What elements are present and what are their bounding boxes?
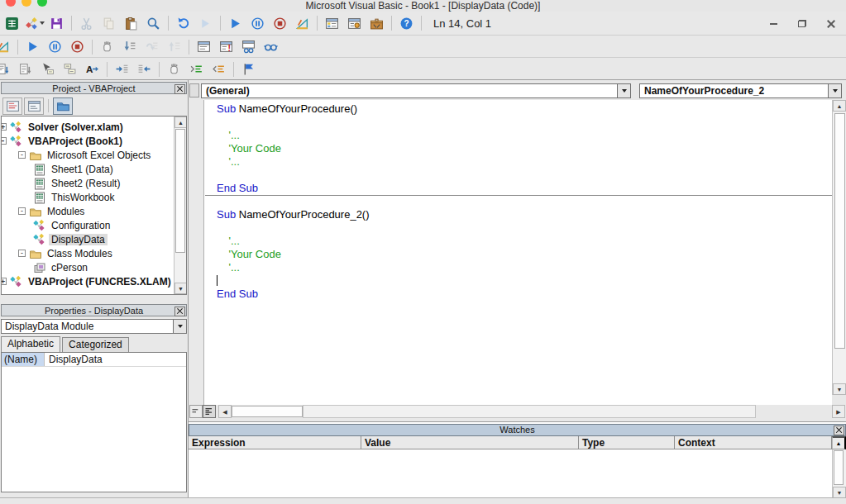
collapse-icon[interactable]: -	[18, 250, 26, 257]
step-over-button[interactable]	[141, 37, 163, 57]
quick-info-button[interactable]	[36, 59, 59, 79]
toolbox-button[interactable]	[366, 13, 388, 33]
tree-item-cperson[interactable]: cPerson	[2, 260, 173, 274]
tab-alphabetic[interactable]: Alphabetic	[1, 336, 60, 352]
scrollbar-thumb[interactable]	[175, 129, 185, 253]
break-button[interactable]	[44, 37, 66, 57]
code-line-4[interactable]: 'Your Code	[205, 142, 832, 155]
list-properties-button[interactable]	[0, 59, 14, 79]
watches-column-context[interactable]: Context	[675, 436, 832, 449]
break-button[interactable]	[246, 13, 269, 33]
list-constants-button[interactable]	[14, 59, 36, 79]
indent-button[interactable]	[111, 59, 133, 79]
tree-item-solver-solver-xlam[interactable]: +Solver (Solver.xlam)	[2, 120, 173, 134]
tree-item-sheet2-result[interactable]: Sheet2 (Result)	[2, 176, 173, 190]
collapse-icon[interactable]: -	[2, 137, 7, 145]
run-button[interactable]	[224, 13, 246, 33]
code-text[interactable]: Sub NameOfYourProcedure() '... 'Your Cod…	[205, 100, 832, 405]
chevron-down-icon[interactable]	[828, 84, 841, 97]
code-line-6[interactable]	[205, 169, 832, 182]
restore-button[interactable]	[796, 17, 809, 31]
code-line-10[interactable]	[205, 221, 832, 235]
code-line-8[interactable]	[205, 195, 832, 208]
paste-button[interactable]	[120, 13, 142, 33]
step-out-button[interactable]	[163, 37, 185, 57]
help-button[interactable]: ?	[395, 13, 418, 33]
code-line-2[interactable]	[205, 116, 832, 129]
project-tree-scrollbar[interactable]: ▲ ▼	[174, 116, 186, 294]
view-object-button[interactable]	[23, 13, 45, 33]
find-button[interactable]	[142, 13, 165, 33]
code-line-14[interactable]	[205, 274, 832, 288]
save-button[interactable]	[45, 13, 68, 33]
h-scrollbar-thumb[interactable]	[232, 406, 303, 417]
expand-icon[interactable]: +	[2, 123, 7, 131]
toggle-folders-button[interactable]	[53, 97, 73, 115]
tab-categorized[interactable]: Categorized	[62, 337, 129, 352]
tree-item-displaydata[interactable]: DisplayData	[2, 232, 173, 246]
expand-icon[interactable]: +	[2, 278, 7, 285]
toggle-breakpoint-hand-button[interactable]	[163, 59, 185, 79]
watches-column-value[interactable]: Value	[361, 436, 579, 449]
property-value[interactable]: DisplayData	[45, 353, 186, 366]
code-line-12[interactable]: 'Your Code	[205, 248, 832, 261]
watches-scrollbar[interactable]: ▼	[832, 449, 846, 498]
procedure-combo[interactable]: NameOfYourProcedure_2	[639, 83, 842, 98]
excel-workbook-button[interactable]	[1, 13, 23, 33]
quick-watch-button[interactable]	[260, 37, 282, 57]
code-line-13[interactable]: '...	[205, 261, 832, 274]
tree-item-microsoft-excel-objects[interactable]: -Microsoft Excel Objects	[2, 148, 173, 162]
view-code-button[interactable]	[2, 97, 22, 115]
object-selector-dropdown[interactable]: DisplayData Module	[1, 319, 187, 334]
run-button[interactable]	[22, 37, 44, 57]
tree-item-class-modules[interactable]: -Class Modules	[2, 246, 173, 260]
property-row[interactable]: (Name)DisplayData	[2, 353, 186, 367]
bookmark-button[interactable]	[237, 59, 260, 79]
undo-button[interactable]	[172, 13, 194, 33]
outdent-button[interactable]	[133, 59, 155, 79]
scroll-right-button[interactable]: ▶	[832, 405, 845, 418]
view-object-mini-button[interactable]	[24, 97, 44, 115]
tree-item-vbaproject-book1[interactable]: -VBAProject (Book1)	[2, 134, 173, 148]
watches-column-expression[interactable]: Expression	[189, 436, 361, 449]
breakpoint-margin[interactable]	[189, 100, 204, 405]
tree-item-sheet1-data[interactable]: Sheet1 (Data)	[2, 162, 173, 176]
reset-button[interactable]	[66, 37, 88, 57]
code-editor[interactable]: Sub NameOfYourProcedure() '... 'Your Cod…	[189, 100, 832, 405]
toggle-breakpoint-hand-button[interactable]	[96, 37, 118, 57]
cut-button[interactable]	[75, 13, 98, 33]
design-mode-button[interactable]	[291, 13, 313, 33]
properties-window-button[interactable]	[343, 13, 366, 33]
tree-item-modules[interactable]: -Modules	[2, 204, 173, 218]
tree-item-configuration[interactable]: Configuration	[2, 218, 173, 232]
copy-button[interactable]	[98, 13, 120, 33]
code-line-3[interactable]: '...	[205, 129, 832, 142]
redo-button[interactable]	[194, 13, 217, 33]
scroll-up-button[interactable]: ▲	[174, 116, 187, 128]
reset-button[interactable]	[269, 13, 291, 33]
scrollbar-thumb[interactable]	[834, 450, 844, 485]
object-combo[interactable]: (General)	[201, 83, 631, 98]
properties-panel-close-button[interactable]	[174, 307, 185, 316]
watch-window-button[interactable]	[237, 37, 260, 57]
procedure-view-button[interactable]	[189, 405, 203, 418]
collapse-icon[interactable]: -	[18, 207, 26, 215]
close-button[interactable]	[824, 17, 838, 31]
scroll-down-button[interactable]: ▼	[833, 487, 846, 498]
scroll-up-button[interactable]: ▲	[832, 436, 846, 449]
tree-item-thisworkbook[interactable]: ThisWorkbook	[2, 190, 173, 204]
project-explorer-button[interactable]	[321, 13, 343, 33]
h-scrollbar-track[interactable]	[303, 405, 756, 418]
code-line-15[interactable]: End Sub	[205, 288, 832, 301]
uncomment-block-button[interactable]	[208, 59, 230, 79]
code-line-1[interactable]: Sub NameOfYourProcedure()	[205, 102, 832, 116]
scroll-up-button[interactable]: ▲	[833, 100, 846, 112]
code-line-11[interactable]: '...	[205, 235, 832, 248]
step-into-button[interactable]	[118, 37, 141, 57]
comment-block-button[interactable]	[185, 59, 208, 79]
watches-body[interactable]	[189, 449, 832, 498]
code-line-5[interactable]: '...	[205, 155, 832, 169]
watches-panel-close-button[interactable]	[834, 426, 844, 435]
full-module-view-button[interactable]	[203, 405, 216, 418]
watches-column-type[interactable]: Type	[579, 436, 675, 449]
